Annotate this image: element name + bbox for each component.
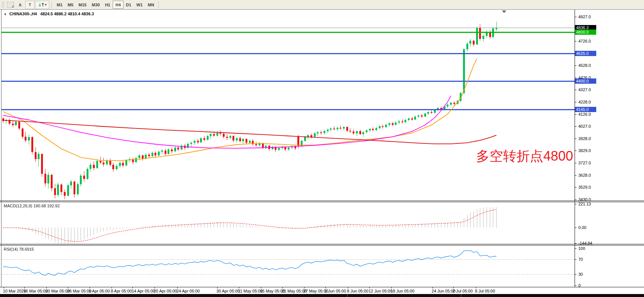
macd-pane (3, 207, 496, 243)
time-tick (4, 287, 4, 288)
price-tick-4528.0: 4528.0 (578, 63, 591, 68)
rsi-label: RSI(14) 78.6915 (4, 247, 34, 251)
price-tick-3529.0: 3529.0 (578, 185, 591, 189)
time-label: 2 Jun 05:00 (325, 289, 346, 293)
rsi-tick-30-tick (575, 274, 576, 275)
time-label: 12 Jun 05:00 (369, 289, 393, 293)
time-label: 18 Jun 05:00 (391, 289, 415, 293)
mt4-window: F A T ⇣⇡ ▾ M1M5M15M30H1H4D1W1MN ▼ CHINA3… (0, 0, 644, 297)
time-label: 8 Apr 05:00 (111, 289, 132, 293)
price-tick-4126.0-tick (575, 114, 576, 115)
price-badge-4625.0[interactable]: 4625.0 (575, 51, 596, 56)
price-tick-3727.0-tick (575, 163, 576, 163)
time-label: 11 May 05:00 (238, 289, 263, 293)
time-label: 24 Apr 05:00 (176, 289, 200, 293)
time-tick (46, 287, 47, 288)
time-label: 15 May 05:00 (260, 289, 285, 293)
time-label: 14 Apr 05:00 (132, 289, 155, 293)
rsi-tick-0: 0 (578, 283, 581, 288)
price-tick-3628.0: 3628.0 (578, 173, 591, 177)
status-bar (0, 294, 644, 297)
price-tick-4228.0-tick (575, 102, 576, 102)
price-tick-3430.0: 3430.0 (578, 197, 591, 202)
rsi-tick-0-tick (575, 285, 576, 286)
time-tick (239, 287, 239, 288)
macd-tick--144.84: -144.84 (578, 241, 592, 245)
price-tick-3727.0: 3727.0 (578, 161, 591, 165)
candles (2, 22, 497, 199)
price-tick-3529.0-tick (575, 187, 576, 188)
status-divider (347, 294, 348, 297)
chart-shift-marker-icon[interactable] (502, 10, 506, 13)
time-tick (24, 287, 25, 288)
price-badge-4800.0[interactable]: 4800.0 (575, 30, 596, 35)
price-tick-4327.0-tick (575, 90, 576, 90)
time-tick (177, 287, 178, 288)
chart-text-annotation[interactable]: 多空转折点4800 (476, 147, 573, 165)
time-label: 30 Apr 05:00 (216, 289, 240, 293)
time-label: 21 May 05:00 (282, 289, 307, 293)
time-label: 1 Apr 05:00 (89, 289, 110, 293)
symbol-period-label: CHINA300-,H4 (9, 12, 37, 16)
price-tick-3829.0: 3829.0 (578, 148, 591, 153)
price-tick-4027.0-tick (575, 126, 576, 127)
rsi-tick-100: 100 (578, 246, 585, 251)
time-label: 20 Mar 05:00 (46, 289, 70, 293)
price-tick-4726.0-tick (575, 41, 576, 41)
time-tick (476, 287, 476, 288)
time-tick (90, 287, 90, 288)
macd-tick-221.13-tick (575, 204, 576, 204)
rsi-tick-70-tick (575, 259, 576, 260)
time-tick (325, 287, 326, 288)
rsi-tick-100-tick (575, 248, 576, 249)
time-tick (217, 287, 218, 288)
price-tick-4426.0-tick (575, 78, 576, 78)
time-label: 16 Mar 05:00 (24, 289, 48, 293)
main-pane (0, 22, 575, 199)
status-divider (461, 294, 462, 297)
price-tick-3928.0-tick (575, 139, 576, 139)
chart-title: ▼ CHINA300-,H4 4824.5 4886.2 4810.4 4836… (4, 12, 94, 16)
price-tick-4927.0-tick (575, 17, 576, 17)
price-tick-3430.0-tick (575, 199, 576, 200)
time-label: 8 Jul 05:00 (475, 289, 495, 293)
price-tick-3928.0: 3928.0 (578, 136, 591, 141)
rsi-tick-70: 70 (578, 257, 583, 262)
time-label: 2 Jul 05:00 (453, 289, 473, 293)
time-tick (282, 287, 283, 288)
price-badge-4400.0[interactable]: 4400.0 (575, 78, 596, 84)
rsi-line (3, 251, 496, 276)
time-label: 10 Mar 2020 (3, 289, 26, 293)
price-tick-4228.0: 4228.0 (578, 100, 591, 104)
price-tick-4327.0: 4327.0 (578, 87, 591, 92)
price-tick-4528.0-tick (575, 65, 576, 66)
time-label: 20 Apr 05:00 (154, 289, 177, 293)
price-tick-3628.0-tick (575, 175, 576, 176)
time-label: 26 Mar 05:00 (67, 289, 91, 293)
symbol-dropdown-icon[interactable]: ▼ (4, 13, 7, 16)
time-tick (261, 287, 261, 288)
ma-mid-magenta (3, 96, 451, 148)
rsi-pane (1, 251, 575, 276)
macd-tick-221.13: 221.13 (578, 202, 591, 206)
time-tick (68, 287, 68, 288)
time-tick (348, 287, 348, 288)
price-tick-3829.0-tick (575, 151, 576, 151)
price-badge-4165.0[interactable]: 4165.0 (575, 107, 596, 112)
price-tick-4726.0: 4726.0 (578, 39, 591, 43)
ohlc-values: 4824.5 4886.2 4810.4 4836.3 (40, 12, 94, 16)
time-tick (154, 287, 155, 288)
macd-tick-0.00-tick (575, 228, 576, 228)
time-tick (369, 287, 370, 288)
time-label: 8 Jun 05:00 (347, 289, 369, 293)
macd-tick--144.84-tick (575, 243, 576, 244)
rsi-tick-30: 30 (578, 272, 583, 276)
time-label: 24 Jun 05:00 (432, 289, 456, 293)
macd-tick-0.00: 0.00 (578, 225, 586, 230)
time-tick (304, 287, 304, 288)
time-tick (391, 287, 392, 288)
time-tick (112, 287, 112, 288)
time-tick (432, 287, 433, 288)
time-tick (132, 287, 133, 288)
price-tick-4126.0: 4126.0 (578, 112, 591, 117)
